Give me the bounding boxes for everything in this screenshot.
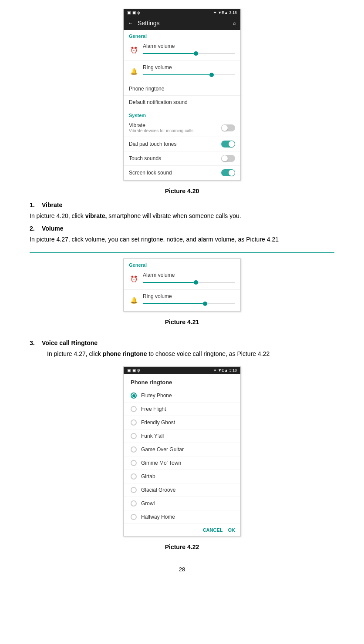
dialpad-item[interactable]: Dial pad touch tones xyxy=(124,137,240,151)
status-bar-3: ▣ ▣ ψ ✦ ▼E▲ 3:18 xyxy=(124,367,240,374)
touch-sounds-item[interactable]: Touch sounds xyxy=(124,151,240,166)
ring-volume-item: 🔔 Ring volume xyxy=(124,61,240,82)
ring-slider-thumb xyxy=(209,73,214,77)
ringtone-item-1[interactable]: Free Flight xyxy=(124,402,240,416)
divider xyxy=(30,252,334,253)
dialpad-label: Dial pad touch tones xyxy=(129,141,217,147)
section-header-general-2: General xyxy=(124,259,240,268)
doc-section-3: 3. Voice call Ringtone In picture 4.27, … xyxy=(30,339,334,363)
alarm-volume-item: ⏰ Alarm volume xyxy=(124,40,240,61)
alarm-volume-item-2: ⏰ Alarm volume xyxy=(124,268,240,290)
ring-slider-thumb-2 xyxy=(203,302,207,306)
ringtone-name-3: Funk Y'all xyxy=(141,433,164,439)
alarm-icon-2: ⏰ xyxy=(129,275,138,282)
vibrate-toggle[interactable] xyxy=(221,124,235,131)
ringtone-item-6[interactable]: Girtab xyxy=(124,470,240,483)
ring-volume-label-2: Ring volume xyxy=(143,293,235,299)
phone-ringtone-item[interactable]: Phone ringtone xyxy=(124,82,240,96)
search-icon[interactable]: ⌕ xyxy=(233,20,236,26)
ringtone-description: In picture 4.27, click phone ringtone to… xyxy=(47,349,334,359)
ringtone-item-2[interactable]: Friendly Ghost xyxy=(124,416,240,429)
ringtone-name-1: Free Flight xyxy=(141,406,166,412)
phone-ringtone-label: Phone ringtone xyxy=(129,86,235,92)
ringtone-name-6: Girtab xyxy=(141,473,155,480)
dialpad-content: Dial pad touch tones xyxy=(129,141,217,147)
screen-lock-label: Screen lock sound xyxy=(129,170,217,176)
vibrate-text-2: smartphone will vibrate when someone cal… xyxy=(107,212,241,219)
vibrate-label: Vibrate xyxy=(129,122,217,128)
phone-ringtone-content: Phone ringtone xyxy=(129,86,235,92)
ring-slider-2[interactable] xyxy=(143,300,235,307)
vibrate-item[interactable]: Vibrate Vibrate devices for incoming cal… xyxy=(124,119,240,137)
ring-slider[interactable] xyxy=(143,71,235,78)
alarm-slider-2[interactable] xyxy=(143,279,235,286)
alarm-slider-thumb xyxy=(194,51,198,56)
item-ringtone: 3. Voice call Ringtone xyxy=(30,339,334,346)
ring-slider-track xyxy=(143,74,235,75)
alarm-volume-label-2: Alarm volume xyxy=(143,272,235,278)
ok-button[interactable]: OK xyxy=(228,527,236,533)
alarm-slider-fill xyxy=(143,53,194,54)
vibrate-toggle-knob xyxy=(222,125,228,131)
page-number: 28 xyxy=(179,566,185,573)
ring-volume-label: Ring volume xyxy=(143,64,235,70)
ring-volume-content: Ring volume xyxy=(143,64,235,78)
status-left-3: ▣ ▣ ψ xyxy=(127,368,140,372)
ring-slider-track-2 xyxy=(143,303,235,304)
settings-content-1: General ⏰ Alarm volume 🔔 xyxy=(124,30,240,180)
status-right-3: ✦ ▼E▲ 3:18 xyxy=(213,368,237,372)
ring-volume-item-2: 🔔 Ring volume xyxy=(124,290,240,311)
touch-sounds-toggle[interactable] xyxy=(221,155,235,162)
radio-6 xyxy=(131,473,137,480)
alarm-icon: ⏰ xyxy=(129,47,138,54)
status-right: ✦ ▼E▲ 3:18 xyxy=(213,10,237,15)
alarm-slider-fill-2 xyxy=(143,282,194,283)
default-notification-item[interactable]: Default notification sound xyxy=(124,96,240,109)
ringtone-text-2: to choose voice call ringtone, as Pictur… xyxy=(147,350,270,357)
screenshot-1: ▣ ▣ ψ ✦ ▼E▲ 3:18 ← Settings ⌕ General ⏰ … xyxy=(123,9,241,181)
radio-1 xyxy=(131,406,137,412)
caption-1: Picture 4.20 xyxy=(165,188,199,195)
ringtone-item-9[interactable]: Halfway Home xyxy=(124,510,240,524)
alarm-volume-content-2: Alarm volume xyxy=(143,272,235,286)
screen-lock-item[interactable]: Screen lock sound xyxy=(124,166,240,180)
ringtone-name-8: Growl xyxy=(141,500,155,506)
alarm-slider[interactable] xyxy=(143,50,235,57)
ringtone-name-4: Game Over Guitar xyxy=(141,446,184,453)
radio-7 xyxy=(131,487,137,493)
cancel-button[interactable]: CANCEL xyxy=(203,527,223,533)
status-bar-1: ▣ ▣ ψ ✦ ▼E▲ 3:18 xyxy=(124,9,240,16)
ringtone-item-3[interactable]: Funk Y'all xyxy=(124,429,240,443)
ringtone-item-4[interactable]: Game Over Guitar xyxy=(124,443,240,456)
dialog-header: Phone ringtone xyxy=(124,374,240,389)
ringtone-item-7[interactable]: Glacial Groove xyxy=(124,483,240,497)
vibrate-content: Vibrate Vibrate devices for incoming cal… xyxy=(129,122,217,133)
ringtone-item-0[interactable]: Flutey Phone xyxy=(124,389,240,402)
item-vibrate: 1. Vibrate xyxy=(30,201,334,208)
touch-sounds-toggle-knob xyxy=(222,155,228,161)
dialpad-toggle-knob xyxy=(229,141,235,147)
screen-lock-toggle[interactable] xyxy=(221,169,235,176)
back-icon[interactable]: ← xyxy=(128,20,133,26)
notification-content: Default notification sound xyxy=(129,99,235,105)
ringtone-item-5[interactable]: Gimme Mo' Town xyxy=(124,456,240,470)
radio-9 xyxy=(131,514,137,520)
radio-8 xyxy=(131,500,137,506)
settings-content-2: General ⏰ Alarm volume 🔔 xyxy=(124,259,240,311)
ring-slider-fill xyxy=(143,74,209,75)
dialog-footer: CANCEL OK xyxy=(124,524,240,536)
ringtone-bold: phone ringtone xyxy=(103,350,147,357)
item-volume-heading: Volume xyxy=(42,225,64,232)
ringtone-description-wrapper: In picture 4.27, click phone ringtone to… xyxy=(47,349,334,359)
ringtone-item-8[interactable]: Growl xyxy=(124,497,240,510)
item-volume-num: 2. xyxy=(30,225,38,232)
radio-inner-0 xyxy=(132,394,135,397)
alarm-slider-track xyxy=(143,53,235,54)
doc-section-1: 1. Vibrate In picture 4.20, click vibrat… xyxy=(30,201,334,249)
volume-description: In picture 4.27, click volume, you can s… xyxy=(30,235,334,244)
item-vibrate-heading: Vibrate xyxy=(42,201,62,208)
ringtone-name-5: Gimme Mo' Town xyxy=(141,460,181,466)
radio-5 xyxy=(131,460,137,466)
dialpad-toggle[interactable] xyxy=(221,141,235,148)
alarm-volume-content: Alarm volume xyxy=(143,43,235,57)
